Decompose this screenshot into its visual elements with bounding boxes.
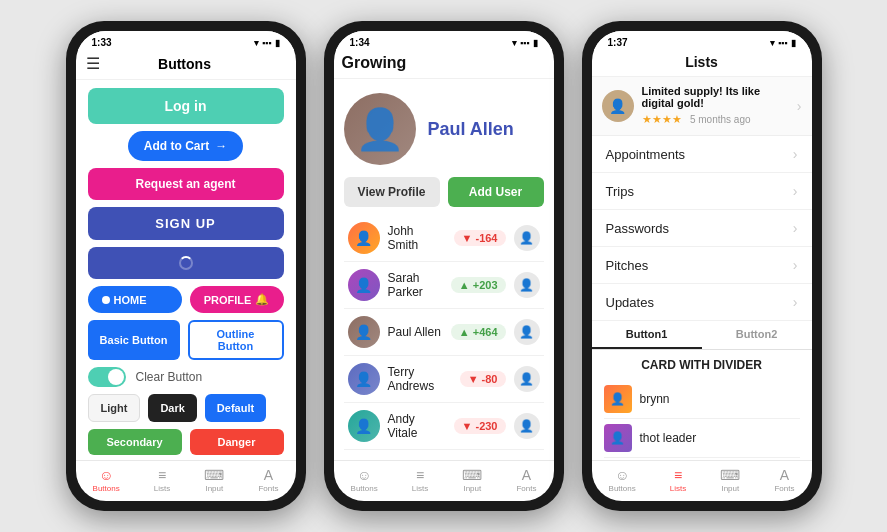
home-dot [102, 296, 110, 304]
status-bar-3: 1:37 ▾ ▪▪▪ ▮ [592, 31, 812, 50]
tab-input-1[interactable]: ⌨ Input [204, 467, 224, 493]
user-name-3: Terry Andrews [388, 365, 452, 393]
loading-button[interactable] [88, 247, 284, 279]
user-name-2: Paul Allen [388, 325, 443, 339]
font-icon-3: A [780, 467, 789, 483]
dark-button[interactable]: Dark [148, 394, 196, 422]
review-banner[interactable]: 👤 Limited supply! Its like digital gold!… [592, 77, 812, 136]
battery-icon: ▮ [275, 38, 280, 48]
emoji-icon-2: ☺ [357, 467, 371, 483]
avatar-silhouette: 👤 [355, 106, 405, 153]
font-icon: A [264, 467, 273, 483]
request-agent-button[interactable]: Request an agent [88, 168, 284, 200]
card-divider-title: CARD WITH DIVIDER [604, 358, 800, 372]
score-arrow-4: ▼ [462, 420, 473, 432]
list-item-label-3: Pitches [606, 258, 793, 273]
score-arrow-3: ▼ [468, 373, 479, 385]
score-arrow-0: ▼ [462, 232, 473, 244]
list-items-container: Appointments › Trips › Passwords › Pitch… [592, 136, 812, 321]
user-name-1: Sarah Parker [388, 271, 443, 299]
phone1-header: Buttons [100, 56, 270, 72]
signup-button[interactable]: SIGN UP [88, 207, 284, 240]
user-item: 👤 Terry Andrews ▼ -80 👤 [344, 356, 544, 403]
user-avatar-1: 👤 [348, 269, 380, 301]
card-user-avatar-0: 👤 [604, 385, 632, 413]
profile-button[interactable]: PROFILE 🔔 [190, 286, 284, 313]
light-button[interactable]: Light [88, 394, 141, 422]
bottom-bar-3: ☺ Buttons ≡ Lists ⌨ Input A Fonts [592, 460, 812, 501]
phone3-header: Lists [592, 50, 812, 77]
list-item[interactable]: Pitches › [592, 247, 812, 284]
lists-screen: 👤 Limited supply! Its like digital gold!… [592, 77, 812, 460]
list-item[interactable]: Appointments › [592, 136, 812, 173]
list-item[interactable]: Updates › [592, 284, 812, 321]
user-item: 👤 Johh Smith ▼ -164 👤 [344, 215, 544, 262]
wifi-icon: ▾ [254, 38, 259, 48]
user-name-4: Andy Vitale [388, 412, 446, 440]
status-icons-1: ▾ ▪▪▪ ▮ [254, 38, 280, 48]
tab-fonts-2[interactable]: A Fonts [516, 467, 536, 493]
user-item: 👤 Andy Vitale ▼ -230 👤 [344, 403, 544, 450]
toggle-switch[interactable] [88, 367, 126, 387]
list-item-label-2: Passwords [606, 221, 793, 236]
list-icon-2: ≡ [416, 467, 424, 483]
input-icon-3: ⌨ [720, 467, 740, 483]
user-action-3[interactable]: 👤 [514, 366, 540, 392]
user-action-0[interactable]: 👤 [514, 225, 540, 251]
home-button[interactable]: HOME [88, 286, 182, 313]
home-profile-row: HOME PROFILE 🔔 [88, 286, 284, 313]
add-to-cart-button[interactable]: Add to Cart → [128, 131, 243, 161]
battery-icon-2: ▮ [533, 38, 538, 48]
tab-lists-1[interactable]: ≡ Lists [154, 467, 170, 493]
tab-input-3[interactable]: ⌨ Input [720, 467, 740, 493]
signal-icon-3: ▪▪▪ [778, 38, 788, 48]
user-avatar-4: 👤 [348, 410, 380, 442]
tab-lists-2[interactable]: ≡ Lists [412, 467, 428, 493]
inner-tab-0[interactable]: Button1 [592, 321, 702, 349]
tab-input-2[interactable]: ⌨ Input [462, 467, 482, 493]
secondary-button[interactable]: Secondary [88, 429, 182, 455]
user-action-2[interactable]: 👤 [514, 319, 540, 345]
tab-buttons-2[interactable]: ☺ Buttons [351, 467, 378, 493]
user-action-4[interactable]: 👤 [514, 413, 540, 439]
clear-button[interactable]: Clear Button [136, 370, 203, 384]
card-user-name-1: thot leader [640, 431, 697, 445]
tab-fonts-1[interactable]: A Fonts [258, 467, 278, 493]
arrow-icon: → [215, 139, 227, 153]
inner-tab-1[interactable]: Button2 [702, 321, 812, 349]
app-title: Growing [342, 54, 407, 71]
tab-buttons-3[interactable]: ☺ Buttons [609, 467, 636, 493]
user-score-3: ▼ -80 [460, 371, 506, 387]
profile-bell: 🔔 [255, 293, 269, 306]
score-arrow-1: ▲ [459, 279, 470, 291]
user-avatar-2: 👤 [348, 316, 380, 348]
basic-button[interactable]: Basic Button [88, 320, 180, 360]
list-item[interactable]: Passwords › [592, 210, 812, 247]
login-button[interactable]: Log in [88, 88, 284, 124]
tab-fonts-3[interactable]: A Fonts [774, 467, 794, 493]
user-item: 👤 Paul Allen ▲ +464 👤 [344, 309, 544, 356]
list-icon-3: ≡ [674, 467, 682, 483]
user-score-0: ▼ -164 [454, 230, 506, 246]
tab-buttons-1[interactable]: ☺ Buttons [93, 467, 120, 493]
status-bar-1: 1:33 ▾ ▪▪▪ ▮ [76, 31, 296, 50]
profile-screen: 👤 Paul Allen View Profile Add User 👤 Joh… [334, 79, 554, 460]
user-action-1[interactable]: 👤 [514, 272, 540, 298]
default-button[interactable]: Default [205, 394, 266, 422]
view-profile-button[interactable]: View Profile [344, 177, 440, 207]
tab-lists-3[interactable]: ≡ Lists [670, 467, 686, 493]
list-item-label-0: Appointments [606, 147, 793, 162]
profile-header: 👤 Paul Allen [344, 89, 544, 169]
user-name-0: Johh Smith [388, 224, 446, 252]
emoji-icon: ☺ [99, 467, 113, 483]
add-user-button[interactable]: Add User [448, 177, 544, 207]
danger-button[interactable]: Danger [190, 429, 284, 455]
review-title: Limited supply! Its like digital gold! [642, 85, 789, 109]
spinner-icon [179, 256, 193, 270]
outline-button[interactable]: Outline Button [188, 320, 284, 360]
list-chevron-4: › [793, 294, 798, 310]
menu-icon: ☰ [86, 54, 100, 73]
user-list: 👤 Johh Smith ▼ -164 👤 👤 Sarah Parker [344, 215, 544, 450]
list-item[interactable]: Trips › [592, 173, 812, 210]
card-user-row: 👤 brynn [604, 380, 800, 419]
